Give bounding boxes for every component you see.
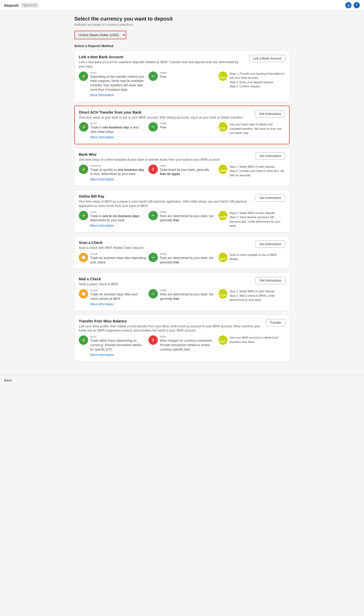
- action-btn-wise-transfer[interactable]: Transfer: [266, 319, 285, 326]
- method-title-block-wise-transfer: Transfer from Wise Balance Link your Wis…: [79, 319, 261, 333]
- method-card-mail-check: Mail a Check Send a paper check to IBKR.…: [74, 273, 290, 311]
- speed-value-link-bank: Depending on the transfer method your ba…: [90, 75, 146, 98]
- detail-steps-mail-check: 2 STEPS Step 1: Notify IBKR of each depo…: [218, 289, 285, 306]
- action-btn-bank-wire[interactable]: Get Instructions: [256, 152, 285, 160]
- fee-icon-scan-check: ✂: [148, 253, 158, 262]
- method-title-online-bill-pay: Online Bill Pay: [79, 194, 250, 198]
- method-details-online-bill-pay: ⚡ FAST Trade in one to six business days…: [79, 211, 285, 228]
- more-info-speed-wise-transfer[interactable]: More Information: [90, 353, 146, 357]
- method-action-bank-wire[interactable]: Get Instructions: [256, 152, 285, 160]
- print-button[interactable]: 🖨: [345, 2, 352, 8]
- steps-text-direct-ach: Use your bank login to initiate and comp…: [230, 122, 285, 135]
- fee-label-mail-check: FREE: [160, 289, 216, 292]
- action-btn-link-bank[interactable]: Link a Bank Account: [249, 55, 285, 62]
- action-btn-scan-check[interactable]: Get Instructions: [256, 241, 285, 248]
- currency-select[interactable]: United States Dollar (USD) Euro (EUR) Br…: [74, 31, 126, 39]
- method-desc-scan-check: Scan a check with IBKR Mobile Check Depo…: [79, 246, 250, 250]
- method-details-direct-ach: ⚡ FAST Trade in one business day or less…: [79, 122, 285, 139]
- method-header-online-bill-pay: Online Bill Pay One-time setup of IBKR a…: [79, 194, 285, 208]
- speed-label-direct-ach: FAST: [90, 122, 146, 125]
- speed-label-scan-check: SLOW: [90, 253, 146, 255]
- steps-icon-mail-check: 2 STEPS: [218, 289, 228, 299]
- action-btn-direct-ach[interactable]: Get Instructions: [255, 110, 285, 118]
- more-info-speed-online-bill-pay[interactable]: More Information: [90, 224, 146, 228]
- fee-text-link-bank: FREE Free: [160, 72, 216, 79]
- method-details-link-bank: ⚡ FAST Depending on the transfer method …: [79, 72, 285, 98]
- back-button[interactable]: Back: [4, 378, 12, 382]
- action-btn-online-bill-pay[interactable]: Get Instructions: [256, 194, 285, 202]
- method-desc-wise-transfer: Link your Wise profile, then initiate a …: [79, 324, 261, 333]
- more-info-speed-link-bank[interactable]: More Information: [90, 93, 146, 98]
- page-subtitle: Methods are based on currency selections: [74, 23, 290, 27]
- steps-text-wise-transfer: Use your IBKR account to initiate fund t…: [230, 335, 285, 344]
- detail-fee-bank-wire: $ FEES Determined by your bank, generall…: [148, 165, 216, 182]
- speed-icon-bank-wire: ⚡: [79, 165, 88, 174]
- method-desc-online-bill-pay: One-time setup of IBKR as a payee in you…: [79, 199, 250, 208]
- speed-icon-direct-ach: ⚡: [79, 122, 88, 132]
- detail-speed-direct-ach: ⚡ FAST Trade in one business day or less…: [79, 122, 146, 139]
- method-action-direct-ach[interactable]: Get Instructions: [255, 110, 285, 118]
- speed-label-mail-check: SLOW: [90, 289, 146, 292]
- top-bar-actions: 🖨 ?: [345, 2, 360, 8]
- fee-value-online-bill-pay: Fees are determined by your bank, but ge…: [160, 214, 216, 223]
- bottom-bar: Back: [0, 375, 364, 385]
- speed-value-scan-check: Trade six business days after depositing…: [90, 256, 146, 265]
- steps-icon-bank-wire: 2 STEPS: [218, 165, 228, 174]
- steps-text-online-bill-pay: Step 1: Notify IBKR of each deposit.Step…: [230, 211, 285, 228]
- fee-label-online-bill-pay: FREE: [160, 211, 216, 213]
- fee-icon-direct-ach: ✂: [148, 122, 158, 132]
- fee-label-wise-transfer: FEES: [160, 335, 216, 338]
- detail-steps-scan-check: 1 STEP Scan a check payable to you in IB…: [218, 253, 285, 265]
- help-button[interactable]: ?: [354, 2, 360, 8]
- detail-fee-mail-check: ✂ FREE Fees are determined by your bank,…: [148, 289, 216, 306]
- method-title-bank-wire: Bank Wire: [79, 152, 250, 157]
- method-action-online-bill-pay[interactable]: Get Instructions: [256, 194, 285, 202]
- main-content: Select the currency you want to deposit …: [70, 11, 294, 375]
- speed-label-bank-wire: FASTEST: [90, 165, 146, 167]
- steps-value-wise-transfer: Use your IBKR account to initiate fund t…: [230, 335, 285, 344]
- fee-label-link-bank: FREE: [160, 72, 216, 74]
- fee-icon-bank-wire: $: [148, 165, 158, 174]
- method-desc-link-bank: Link a new bank account for seamless dep…: [79, 60, 244, 69]
- detail-fee-direct-ach: ✂ FREE Free: [148, 122, 215, 139]
- method-action-mail-check[interactable]: Get Instructions: [256, 277, 285, 284]
- steps-value-link-bank: Step 1: Provide your banking information…: [230, 72, 285, 89]
- fee-value-direct-ach: Free: [160, 125, 215, 130]
- more-info-speed-mail-check[interactable]: More Information: [90, 302, 146, 307]
- fee-icon-online-bill-pay: ✂: [148, 211, 158, 220]
- detail-speed-wise-transfer: ⚡ FAST Trade within hours (depending on …: [79, 335, 146, 357]
- method-desc-direct-ach: One-time setup at your bank to link to y…: [79, 115, 250, 120]
- fee-icon-mail-check: ✂: [148, 289, 158, 299]
- fee-text-bank-wire: FEES Determined by your bank, generally …: [160, 165, 216, 177]
- fee-text-scan-check: FREE Fees are determined by your bank, b…: [160, 253, 216, 265]
- method-card-bank-wire: Bank Wire One time setup of a Wire templ…: [74, 148, 290, 186]
- methods-container: Link a New Bank Account Link a new bank …: [74, 50, 290, 361]
- method-action-link-bank[interactable]: Link a Bank Account: [249, 55, 285, 62]
- method-title-direct-ach: Direct ACH Transfer from your Bank: [79, 110, 250, 114]
- speed-text-mail-check: SLOW Trade six business days after your …: [90, 289, 146, 306]
- detail-speed-scan-check: 🕐 SLOW Trade six business days after dep…: [79, 253, 146, 265]
- method-details-bank-wire: ⚡ FASTEST Trade as quickly as one busine…: [79, 165, 285, 182]
- more-info-speed-direct-ach[interactable]: More Information: [90, 135, 146, 140]
- method-action-scan-check[interactable]: Get Instructions: [256, 241, 285, 248]
- speed-icon-link-bank: ⚡: [79, 72, 88, 81]
- steps-value-scan-check: Scan a check payable to you in IBKR Mobi…: [230, 253, 285, 261]
- method-title-block-bank-wire: Bank Wire One time setup of a Wire templ…: [79, 152, 250, 162]
- method-desc-bank-wire: One time setup of a Wire template at you…: [79, 158, 250, 162]
- detail-speed-bank-wire: ⚡ FASTEST Trade as quickly as one busine…: [79, 165, 146, 182]
- speed-text-online-bill-pay: FAST Trade in one to six business days, …: [90, 211, 146, 228]
- fee-value-scan-check: Fees are determined by your bank, but ge…: [160, 256, 216, 265]
- fee-value-link-bank: Free: [160, 75, 216, 79]
- steps-icon-wise-transfer: 1 STEP: [218, 335, 228, 345]
- speed-icon-mail-check: 🕐: [79, 289, 88, 299]
- action-btn-mail-check[interactable]: Get Instructions: [256, 277, 285, 284]
- method-action-wise-transfer[interactable]: Transfer: [266, 319, 285, 326]
- speed-label-link-bank: FAST: [90, 72, 146, 74]
- fee-text-online-bill-pay: FREE Fees are determined by your bank, b…: [160, 211, 216, 223]
- method-details-mail-check: 🕐 SLOW Trade six business days after you…: [79, 289, 285, 306]
- fee-text-direct-ach: FREE Free: [160, 122, 215, 130]
- method-details-scan-check: 🕐 SLOW Trade six business days after dep…: [79, 253, 285, 265]
- more-info-speed-bank-wire[interactable]: More Information: [90, 177, 146, 182]
- speed-text-bank-wire: FASTEST Trade as quickly as one business…: [90, 165, 146, 182]
- method-card-link-bank: Link a New Bank Account Link a new bank …: [74, 50, 290, 102]
